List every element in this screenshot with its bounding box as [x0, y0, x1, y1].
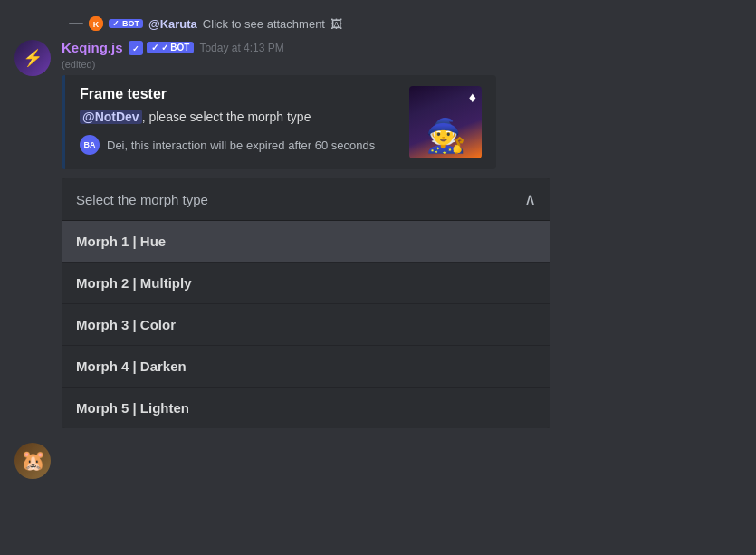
avatar — [14, 40, 51, 76]
dropdown-options: Morph 1 | Hue Morph 2 | Multiply Morph 3… — [62, 220, 550, 428]
dropdown-options-list: Morph 1 | Hue Morph 2 | Multiply Morph 3… — [62, 220, 550, 428]
main-bot-badge: ✓ ✓ BOT — [147, 42, 195, 53]
second-user-avatar: 🐹 — [14, 443, 51, 479]
dropdown-option-5[interactable]: Morph 5 | Lighten — [62, 388, 550, 428]
username[interactable]: Keqing.js — [62, 40, 123, 55]
embed-title: Frame tester — [80, 86, 398, 102]
message-content: Keqing.js ✓ ✓ ✓ BOT Today at 4:13 PM (ed… — [62, 40, 742, 169]
embed-desc-text: , please select the morph type — [142, 110, 311, 124]
footer-avatar: BA — [80, 135, 100, 155]
reply-username[interactable]: @Karuta — [148, 17, 197, 31]
reply-avatar: K — [89, 16, 103, 31]
message-timestamp: Today at 4:13 PM — [199, 42, 283, 54]
embed-mention[interactable]: @NotDev — [80, 110, 142, 124]
reply-image-icon: 🖼 — [330, 17, 342, 31]
svg-text:✓: ✓ — [132, 44, 139, 53]
message-header: Keqing.js ✓ ✓ ✓ BOT Today at 4:13 PM — [62, 40, 742, 55]
dropdown-container[interactable]: Select the morph type ∧ Morph 1 | Hue Mo… — [62, 178, 550, 428]
dropdown-option-4[interactable]: Morph 4 | Darken — [62, 346, 550, 388]
bot-icon: ✓ — [129, 41, 143, 55]
reply-link-text[interactable]: Click to see attachment — [203, 17, 325, 31]
edited-label: (edited) — [62, 59, 742, 70]
reply-bot-badge: ✓ BOT — [109, 19, 143, 28]
dropdown-placeholder: Select the morph type — [76, 192, 208, 207]
dropdown-option-1[interactable]: Morph 1 | Hue — [62, 221, 550, 263]
second-message-row: 🐹 — [14, 443, 742, 479]
chat-container: K ✓ BOT @Karuta Click to see attachment … — [0, 0, 756, 479]
main-check-icon: ✓ — [151, 43, 158, 53]
embed-body: Frame tester @NotDev, please select the … — [80, 86, 398, 158]
embed-description: @NotDev, please select the morph type — [80, 110, 398, 124]
main-message-row: Keqing.js ✓ ✓ ✓ BOT Today at 4:13 PM (ed… — [14, 38, 742, 171]
dropdown-option-3[interactable]: Morph 3 | Color — [62, 304, 550, 346]
chevron-up-icon: ∧ — [524, 189, 536, 209]
dropdown-header[interactable]: Select the morph type ∧ — [62, 178, 550, 220]
embed-footer: BA Dei, this interaction will be expired… — [80, 135, 398, 155]
embed-card: Frame tester @NotDev, please select the … — [62, 75, 496, 169]
hamster-emoji: 🐹 — [21, 449, 45, 473]
reply-check-icon: ✓ — [112, 19, 120, 28]
reply-row: K ✓ BOT @Karuta Click to see attachment … — [14, 14, 742, 33]
embed-footer-text: Dei, this interaction will be expired af… — [107, 139, 375, 152]
dropdown-option-2[interactable]: Morph 2 | Multiply — [62, 263, 550, 304]
embed-thumbnail — [409, 86, 482, 158]
svg-text:K: K — [93, 20, 100, 29]
